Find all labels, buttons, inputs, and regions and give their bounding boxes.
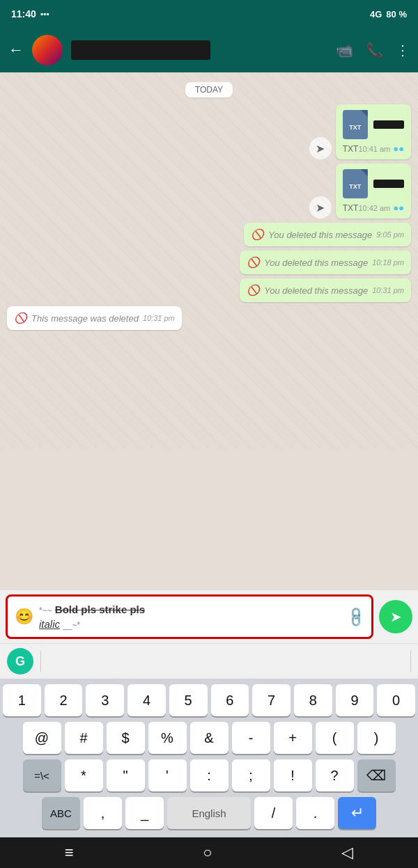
deleted-text-1: You deleted this message xyxy=(268,230,372,240)
key-minus[interactable]: - xyxy=(232,722,270,754)
network-type: 4G xyxy=(370,9,382,19)
send-icon: ➤ xyxy=(390,608,402,625)
key-semicolon[interactable]: ; xyxy=(232,759,270,791)
today-badge: TODAY xyxy=(185,82,233,97)
chat-area: TODAY ➤ TXT TXT 10:41 am ●● ➤ xyxy=(0,72,418,448)
timestamp-2: 10:42 am xyxy=(358,204,390,212)
deleted-time-3: 10:31 pm xyxy=(372,286,404,294)
deleted-bubble-3: 🚫 You deleted this message 10:31 pm xyxy=(240,278,411,302)
status-left: 11:40 ▪▪▪ xyxy=(11,8,49,19)
grammarly-label: G xyxy=(15,654,25,669)
menu-icon[interactable]: ⋮ xyxy=(396,42,410,58)
chat-header: ← 📹 📞 ⋮ xyxy=(0,28,418,72)
message-input-container[interactable]: 😊 *~~ Bold pls strike pls italic __~* 🔗 xyxy=(6,594,373,639)
video-call-icon[interactable]: 📹 xyxy=(336,42,353,58)
deleted-time-2: 10:18 pm xyxy=(372,258,404,267)
forward-icon-2[interactable]: ➤ xyxy=(309,196,332,219)
read-ticks-2: ●● xyxy=(393,203,404,213)
key-enter[interactable]: ↵ xyxy=(338,797,376,829)
grammarly-button[interactable]: G xyxy=(7,648,33,674)
key-hash[interactable]: # xyxy=(65,722,103,754)
key-ampersand[interactable]: & xyxy=(190,722,229,754)
key-0[interactable]: 0 xyxy=(377,684,415,716)
key-exclaim[interactable]: ! xyxy=(274,759,312,791)
deleted-text-received: This message was deleted xyxy=(31,313,139,324)
input-area: 😊 *~~ Bold pls strike pls italic __~* 🔗 … xyxy=(0,590,418,868)
format-marker-end: __~* xyxy=(63,620,80,630)
avatar[interactable] xyxy=(32,35,63,65)
key-underscore[interactable]: _ xyxy=(125,797,164,829)
bold-strike-text: Bold pls strike pls xyxy=(55,603,145,615)
key-1[interactable]: 1 xyxy=(3,684,41,716)
key-lparen[interactable]: ( xyxy=(316,722,354,754)
read-ticks-1: ●● xyxy=(393,143,404,154)
key-2[interactable]: 2 xyxy=(45,684,83,716)
key-5[interactable]: 5 xyxy=(169,684,208,716)
file-icon-2: TXT xyxy=(343,169,368,198)
key-english[interactable]: English xyxy=(167,797,251,829)
key-backspace[interactable]: ⌫ xyxy=(357,759,396,791)
key-colon[interactable]: : xyxy=(190,759,229,791)
keyboard-row-symbols: @ # $ % & - + ( ) xyxy=(3,722,415,754)
forward-icon[interactable]: ➤ xyxy=(309,137,332,159)
message-row: ➤ TXT TXT 10:41 am ●● xyxy=(7,104,411,159)
italic-text: italic xyxy=(39,618,60,630)
nav-menu-icon[interactable]: ≡ xyxy=(65,844,74,862)
deleted-icon-2: 🚫 xyxy=(247,256,260,269)
nav-back-icon[interactable]: ◁ xyxy=(341,844,353,862)
key-at[interactable]: @ xyxy=(23,722,61,754)
key-percent[interactable]: % xyxy=(148,722,187,754)
key-period[interactable]: . xyxy=(296,797,334,829)
battery: 80 % xyxy=(386,9,407,19)
key-asterisk[interactable]: * xyxy=(65,759,103,791)
key-plus[interactable]: + xyxy=(274,722,312,754)
message-row: 🚫 This message was deleted 10:31 pm xyxy=(7,306,411,330)
file-bubble-2: TXT TXT 10:42 am ●● xyxy=(336,164,411,219)
key-3[interactable]: 3 xyxy=(86,684,124,716)
key-9[interactable]: 9 xyxy=(336,684,374,716)
status-bar: 11:40 ▪▪▪ 4G 80 % xyxy=(0,0,418,28)
keyboard-row-misc: =\< * " ' : ; ! ? ⌫ xyxy=(3,759,415,791)
key-abc[interactable]: ABC xyxy=(42,797,80,829)
nav-home-icon[interactable]: ○ xyxy=(203,844,212,862)
file-type-label-2: TXT xyxy=(343,203,359,213)
message-row: 🚫 You deleted this message 10:31 pm xyxy=(7,278,411,302)
file-type-label-1: TXT xyxy=(343,144,359,154)
key-8[interactable]: 8 xyxy=(294,684,332,716)
send-button[interactable]: ➤ xyxy=(379,600,412,633)
file-bubble-1: TXT TXT 10:41 am ●● xyxy=(336,104,411,159)
keyboard-row-numbers: 1 2 3 4 5 6 7 8 9 0 xyxy=(3,684,415,716)
file-meta-2: TXT 10:42 am ●● xyxy=(343,203,404,213)
message-input[interactable]: *~~ Bold pls strike pls italic __~* xyxy=(39,602,341,631)
deleted-icon-3: 🚫 xyxy=(247,284,260,297)
deleted-icon-1: 🚫 xyxy=(251,228,264,241)
back-button[interactable]: ← xyxy=(8,41,24,59)
key-6[interactable]: 6 xyxy=(211,684,249,716)
divider-2 xyxy=(410,651,411,672)
key-dollar[interactable]: $ xyxy=(107,722,145,754)
file-name-bar-2 xyxy=(373,180,404,188)
key-comma[interactable]: , xyxy=(84,797,122,829)
key-rparen[interactable]: ) xyxy=(357,722,396,754)
deleted-text-2: You deleted this message xyxy=(264,258,368,268)
format-marker-start: *~~ xyxy=(39,606,52,615)
deleted-received-bubble: 🚫 This message was deleted 10:31 pm xyxy=(7,306,182,330)
key-quote[interactable]: " xyxy=(107,759,145,791)
attachment-button[interactable]: 🔗 xyxy=(343,605,368,629)
message-row: 🚫 You deleted this message 10:18 pm xyxy=(7,251,411,274)
phone-icon[interactable]: 📞 xyxy=(366,42,383,58)
deleted-bubble-2: 🚫 You deleted this message 10:18 pm xyxy=(240,251,411,274)
key-symbols2[interactable]: =\< xyxy=(23,759,61,791)
key-7[interactable]: 7 xyxy=(252,684,291,716)
contact-name xyxy=(71,40,210,60)
emoji-button[interactable]: 😊 xyxy=(15,608,33,626)
timestamp-1: 10:41 am xyxy=(358,145,390,153)
key-slash[interactable]: / xyxy=(254,797,293,829)
key-question[interactable]: ? xyxy=(316,759,354,791)
deleted-text-3: You deleted this message xyxy=(264,285,368,296)
deleted-time-1: 9:05 pm xyxy=(376,230,404,239)
divider-1 xyxy=(40,651,41,672)
key-4[interactable]: 4 xyxy=(127,684,166,716)
key-apostrophe[interactable]: ' xyxy=(148,759,187,791)
keyboard-row-bottom: ABC , _ English / . ↵ xyxy=(3,797,415,829)
